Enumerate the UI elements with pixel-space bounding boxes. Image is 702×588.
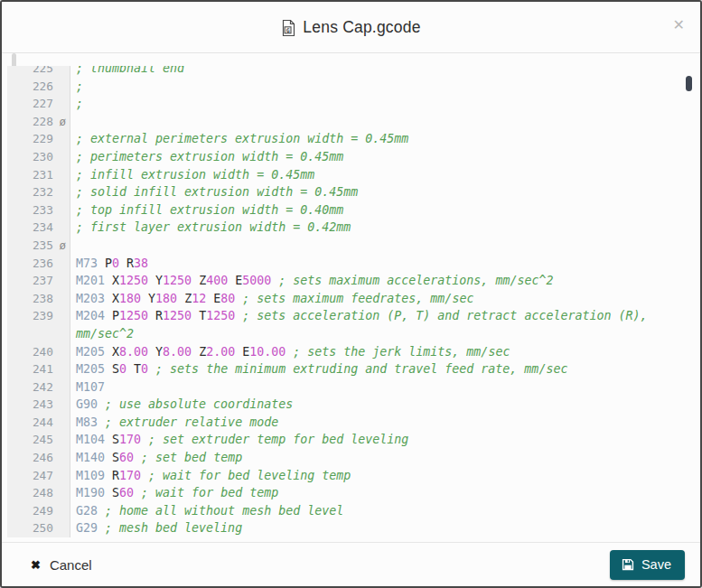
code-text: M140 S60 ; set bed temp: [70, 449, 242, 467]
code-text: ; thumbnail end: [70, 66, 184, 78]
code-editor[interactable]: 225; thumbnail end226;227;228ø229; exter…: [2, 66, 700, 542]
code-line[interactable]: 244M83 ; extruder relative mode: [7, 414, 700, 432]
line-number: 230: [7, 148, 70, 166]
line-number: 236: [7, 255, 70, 273]
code-line[interactable]: 231; infill extrusion width = 0.45mm: [7, 166, 700, 184]
save-label: Save: [641, 557, 671, 572]
line-number: 238: [7, 290, 70, 308]
code-text: M204 P1250 R1250 T1250 ; sets accelerati…: [70, 307, 647, 325]
code-text: [70, 113, 76, 131]
code-text: ; perimeters extrusion width = 0.45mm: [70, 148, 343, 166]
line-number: 229: [7, 130, 70, 148]
line-number: 250: [7, 519, 70, 537]
gutter-marker: ø: [59, 237, 66, 255]
code-text: [70, 237, 76, 255]
modal-footer: ✖ Cancel Save: [2, 542, 700, 586]
editor-body: 225; thumbnail end226;227;228ø229; exter…: [2, 53, 700, 542]
code-line[interactable]: 226;: [7, 78, 700, 96]
cancel-label: Cancel: [50, 557, 92, 573]
code-line[interactable]: 245M104 S170 ; set extruder temp for bed…: [7, 431, 700, 449]
line-number: 241: [7, 360, 70, 378]
code-line[interactable]: 235ø: [7, 237, 700, 255]
code-text: M201 X1250 Y1250 Z400 E5000 ; sets maxim…: [70, 272, 553, 290]
line-number: 231: [7, 166, 70, 184]
gcode-editor-modal: G Lens Cap.gcode ✕ 225; thumbnail end226…: [0, 0, 702, 588]
code-line[interactable]: 248M190 S60 ; wait for bed temp: [7, 484, 700, 502]
line-number: 243: [7, 396, 70, 414]
code-text: ; first layer extrusion width = 0.42mm: [70, 219, 351, 237]
code-line[interactable]: 241M205 S0 T0 ; sets the minimum extrudi…: [7, 360, 700, 378]
code-line[interactable]: 236M73 P0 R38: [7, 255, 700, 273]
code-text: mm/sec^2: [70, 325, 134, 343]
code-text: M107: [70, 378, 105, 397]
gcode-file-icon: G: [281, 19, 295, 37]
code-text: ;: [70, 95, 83, 113]
code-line[interactable]: 227;: [7, 95, 700, 113]
save-button[interactable]: Save: [610, 550, 685, 580]
code-line[interactable]: 230; perimeters extrusion width = 0.45mm: [7, 148, 700, 166]
code-line[interactable]: 232; solid infill extrusion width = 0.45…: [7, 183, 700, 201]
vertical-scrollbar-thumb[interactable]: [686, 76, 692, 91]
code-text: ;: [70, 78, 83, 96]
code-text: G28 ; home all without mesh bed level: [70, 502, 343, 520]
line-number: 233: [7, 201, 70, 219]
code-line[interactable]: 233; top infill extrusion width = 0.40mm: [7, 201, 700, 219]
close-icon[interactable]: ✕: [671, 16, 687, 34]
code-line[interactable]: 246M140 S60 ; set bed temp: [7, 449, 700, 467]
line-number: 234: [7, 219, 70, 237]
modal-header: G Lens Cap.gcode ✕: [2, 2, 700, 53]
code-line[interactable]: 249G28 ; home all without mesh bed level: [7, 502, 700, 520]
code-line[interactable]: 247M109 R170 ; wait for bed leveling tem…: [7, 467, 700, 485]
line-number: 225: [7, 66, 70, 78]
line-number: 228ø: [7, 113, 70, 131]
save-floppy-icon: [622, 558, 634, 571]
code-line[interactable]: 238M203 X180 Y180 Z12 E80 ; sets maximum…: [7, 290, 700, 308]
code-line[interactable]: 243G90 ; use absolute coordinates: [7, 396, 700, 414]
code-line[interactable]: 250G29 ; mesh bed leveling: [7, 519, 700, 537]
code-line[interactable]: 237M201 X1250 Y1250 Z400 E5000 ; sets ma…: [7, 272, 700, 290]
line-number: 235ø: [7, 237, 70, 255]
line-number: 232: [7, 183, 70, 201]
code-line[interactable]: 242M107: [7, 378, 700, 397]
line-number: 239: [7, 307, 70, 325]
line-number: 246: [7, 449, 70, 467]
code-text: ; infill extrusion width = 0.45mm: [70, 166, 314, 184]
line-number: 249: [7, 502, 70, 520]
code-text: G29 ; mesh bed leveling: [70, 519, 242, 537]
modal-title: Lens Cap.gcode: [303, 18, 420, 37]
code-text: M205 X8.00 Y8.00 Z2.00 E10.00 ; sets the…: [70, 343, 510, 361]
line-number: [7, 325, 70, 343]
line-number: 240: [7, 343, 70, 361]
line-number: 237: [7, 272, 70, 290]
code-text: M203 X180 Y180 Z12 E80 ; sets maximum fe…: [70, 290, 473, 308]
code-line[interactable]: 239M204 P1250 R1250 T1250 ; sets acceler…: [7, 307, 700, 325]
line-number: 226: [7, 78, 70, 96]
code-line[interactable]: 234; first layer extrusion width = 0.42m…: [7, 219, 700, 237]
code-text: M73 P0 R38: [70, 255, 148, 273]
line-number: 248: [7, 484, 70, 502]
code-line[interactable]: 228ø: [7, 113, 700, 131]
code-text: M190 S60 ; wait for bed temp: [70, 484, 278, 502]
code-text: M109 R170 ; wait for bed leveling temp: [70, 467, 351, 485]
code-lines: 225; thumbnail end226;227;228ø229; exter…: [7, 66, 700, 537]
code-line[interactable]: 229; external perimeters extrusion width…: [7, 130, 700, 148]
line-number: 247: [7, 467, 70, 485]
code-line[interactable]: mm/sec^2: [7, 325, 700, 343]
line-number: 244: [7, 414, 70, 432]
cancel-x-icon: ✖: [31, 558, 41, 572]
cancel-button[interactable]: ✖ Cancel: [29, 554, 94, 576]
line-number: 227: [7, 95, 70, 113]
code-text: G90 ; use absolute coordinates: [70, 396, 293, 414]
svg-text:G: G: [286, 26, 290, 33]
code-line[interactable]: 240M205 X8.00 Y8.00 Z2.00 E10.00 ; sets …: [7, 343, 700, 361]
code-text: M104 S170 ; set extruder temp for bed le…: [70, 431, 408, 449]
gutter-marker: ø: [59, 113, 66, 131]
code-text: M83 ; extruder relative mode: [70, 414, 278, 432]
code-text: M205 S0 T0 ; sets the minimum extruding …: [70, 360, 567, 378]
line-number: 242: [7, 378, 70, 397]
code-text: ; solid infill extrusion width = 0.45mm: [70, 183, 358, 201]
code-text: ; top infill extrusion width = 0.40mm: [70, 201, 343, 219]
line-number: 245: [7, 431, 70, 449]
code-line[interactable]: 225; thumbnail end: [7, 66, 700, 78]
code-text: ; external perimeters extrusion width = …: [70, 130, 408, 148]
